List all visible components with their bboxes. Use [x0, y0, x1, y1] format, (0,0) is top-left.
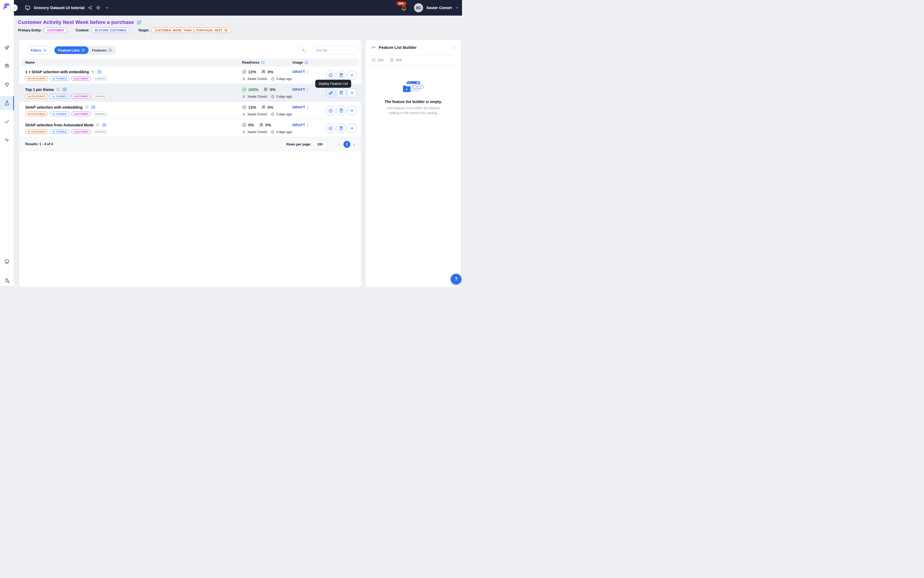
help-button[interactable]: ?	[451, 274, 462, 284]
next-page-button[interactable]: ›	[353, 142, 355, 147]
sidebar-item-explore[interactable]	[0, 41, 14, 53]
target-badge[interactable]: CUSTOMER_MORE_THAN_1_PURCHASE_NEXT_7D	[151, 28, 231, 33]
id-icon[interactable]	[97, 70, 102, 74]
dots-vertical-icon	[306, 105, 310, 109]
feature-list-name[interactable]: SHAP selection with embedding	[25, 105, 83, 109]
link-off-icon	[261, 105, 266, 109]
edit-title-icon[interactable]	[136, 20, 142, 25]
notifications-button[interactable]: 999+	[400, 5, 407, 11]
calculator-icon	[339, 126, 344, 131]
copy-icon[interactable]	[56, 88, 60, 91]
person-icon	[242, 130, 246, 134]
sidebar-item-approvals[interactable]	[0, 116, 14, 127]
table-row[interactable]: SHAP selection with embedding 55 FEATURE…	[19, 102, 361, 119]
copy-icon[interactable]	[91, 70, 95, 74]
status-menu-button[interactable]	[305, 87, 310, 92]
chevron-right-icon	[12, 6, 16, 10]
tab-feature-lists[interactable]: Feature Lists	[55, 46, 89, 54]
copy-icon[interactable]	[96, 123, 100, 127]
feature-list-name[interactable]: SHAP selection from Automated Mode	[25, 123, 94, 127]
sidebar-item-knowledge[interactable]	[0, 60, 14, 71]
search-button[interactable]	[299, 46, 307, 54]
tab-features[interactable]: Features	[89, 46, 115, 54]
copy-icon[interactable]	[85, 105, 89, 109]
id-icon[interactable]	[102, 123, 107, 127]
owner-name: Xavier Conort	[247, 112, 267, 116]
user-avatar[interactable]: XC	[414, 3, 423, 12]
builder-menu-button[interactable]	[452, 45, 457, 50]
compute-button[interactable]	[336, 106, 346, 115]
builder-stats: 0% 0%	[371, 57, 402, 62]
compute-button[interactable]	[336, 123, 346, 133]
panel-collapse-icon[interactable]	[371, 45, 376, 50]
features-count-badge: 56 FEATURES	[25, 76, 48, 81]
filters-button[interactable]: Filters	[27, 46, 51, 54]
table-row[interactable]: Top 1 per theme 14 FEATURES 14 THEMES CU…	[19, 84, 361, 102]
check-circle-icon	[242, 123, 246, 127]
feature-list-name[interactable]: Top 1 per theme	[25, 88, 54, 92]
id-icon[interactable]	[62, 87, 67, 92]
mark-ready-button[interactable]	[326, 70, 336, 80]
sidebar-expand-button[interactable]	[11, 4, 18, 11]
sidebar-item-monitoring[interactable]	[0, 134, 14, 146]
entity-badge: CUSTOMER	[71, 94, 91, 99]
themes-count-badge: 14 THEMES	[50, 112, 70, 116]
previous-page-button[interactable]: ‹	[338, 142, 340, 147]
rows-per-page-label: Rows per page:	[286, 143, 311, 146]
table-row[interactable]: SHAP selection from Automated Mode 97 FE…	[19, 119, 361, 137]
status-badge: DRAFT	[292, 123, 305, 127]
add-to-builder-button[interactable]	[347, 70, 357, 80]
feature-list-name[interactable]: 1 + SHAP selection with embedding	[25, 70, 89, 74]
tab-feature-lists-label: Feature Lists	[58, 48, 80, 52]
primary-entity-badge[interactable]: CUSTOMER	[44, 28, 67, 33]
compute-button[interactable]	[336, 88, 346, 98]
context-badge[interactable]: IN-STORE CUSTOMER	[91, 28, 130, 33]
clock-icon	[271, 112, 274, 116]
usage-value: 0%	[270, 87, 276, 92]
sidebar-item-user-admin[interactable]	[0, 274, 14, 286]
top-bar: Grocery Dataset UI tutorial 999+ XC Xavi…	[0, 0, 462, 16]
page-number-button[interactable]: 1	[344, 141, 350, 148]
mark-ready-button[interactable]	[326, 123, 336, 133]
share-icon[interactable]	[88, 5, 92, 10]
question-circle-icon	[108, 48, 112, 52]
usage-value: 0%	[267, 105, 273, 109]
sidebar-item-ideas[interactable]	[0, 79, 14, 91]
app-logo	[3, 3, 11, 10]
mind-gear-icon	[4, 63, 10, 69]
version-badge: V250522	[92, 76, 108, 81]
id-icon[interactable]	[91, 105, 96, 109]
feature-list-builder-panel: Feature List Builder 0% 0% </> + The fea…	[365, 40, 461, 287]
themes-count-badge: 15 THEMES	[50, 129, 70, 134]
column-name: Name	[25, 58, 35, 66]
project-menu-chevron-icon[interactable]	[105, 6, 109, 10]
rows-per-page-select[interactable]: 100	[314, 140, 327, 148]
info-circle-icon[interactable]	[261, 61, 265, 64]
compute-button[interactable]	[336, 70, 346, 80]
question-circle-icon	[81, 48, 85, 52]
sidebar-item-experiment[interactable]	[0, 96, 14, 110]
mark-ready-button[interactable]	[326, 106, 336, 115]
status-menu-button[interactable]	[305, 69, 310, 75]
user-menu-chevron-icon[interactable]	[455, 6, 459, 10]
add-to-builder-button[interactable]	[347, 106, 357, 115]
status-menu-button[interactable]	[305, 105, 310, 110]
sort-by-input[interactable]	[316, 48, 363, 52]
question-circle-icon[interactable]	[305, 61, 308, 64]
sidebar-item-security[interactable]	[0, 256, 14, 268]
plus-icon	[350, 91, 354, 95]
rocket-icon	[328, 91, 333, 96]
status-menu-button[interactable]	[305, 122, 310, 128]
left-sidebar	[0, 0, 14, 286]
filters-label: Filters	[31, 48, 41, 52]
settings-gear-icon[interactable]	[96, 5, 101, 10]
table-row[interactable]: 1 + SHAP selection with embedding 56 FEA…	[19, 66, 361, 84]
updated-time: 3 days ago	[276, 95, 292, 99]
add-to-builder-button[interactable]	[347, 123, 357, 133]
table-header: Name Readiness Usage	[21, 58, 359, 66]
deploy-feature-list-button[interactable]	[326, 88, 336, 98]
add-to-builder-button[interactable]	[347, 88, 357, 98]
notifications-badge: 999+	[396, 2, 407, 6]
sort-by-field[interactable]	[312, 46, 359, 54]
spinner-arrows-icon	[323, 143, 326, 146]
